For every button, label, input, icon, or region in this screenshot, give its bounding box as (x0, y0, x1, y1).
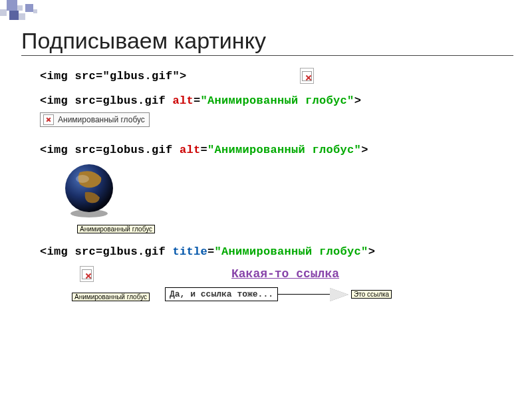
code-example-4: <img src=glbus.gif title="Анимированный … (40, 245, 524, 258)
title-tooltip-image: Анимированный глобус (72, 293, 150, 301)
broken-image-icon (302, 71, 312, 81)
broken-image-icon (43, 114, 54, 125)
globe-image-container: Анимированный глобус (60, 160, 124, 233)
alt-text-placeholder: Анимированный глобус (40, 112, 150, 127)
alt-text-label: Анимированный глобус (58, 115, 145, 124)
code-example-2: <img src=glbus.gif alt="Анимированный гл… (40, 94, 524, 107)
broken-image-placeholder (80, 266, 94, 282)
corner-decoration (0, 0, 93, 27)
broken-image-icon (82, 269, 92, 279)
arrow-label: Да, и ссылка тоже... (165, 287, 278, 301)
broken-image-placeholder (300, 68, 314, 84)
code-example-1: <img src="glbus.gif"> (40, 70, 187, 82)
arrow-head-icon (330, 288, 348, 301)
title-tooltip-link: Это ссылка (351, 290, 392, 299)
page-title: Подписываем картинку (21, 28, 513, 56)
image-tooltip: Анимированный глобус (77, 225, 155, 233)
arrow-annotation: Да, и ссылка тоже... (165, 287, 348, 301)
svg-point-2 (76, 175, 89, 183)
globe-image (60, 160, 120, 220)
code-example-3: <img src=globus.gif alt="Анимированный г… (40, 144, 524, 156)
example-link[interactable]: Какая-то ссылка (231, 267, 339, 281)
